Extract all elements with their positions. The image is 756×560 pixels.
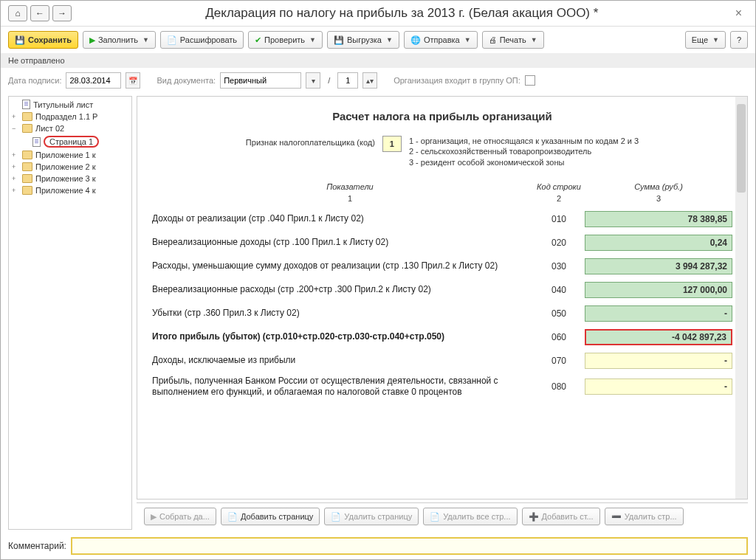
row-code: 040	[533, 285, 585, 295]
folder-icon	[22, 174, 32, 183]
calendar-button[interactable]: 📅	[126, 72, 140, 89]
sign-date-label: Дата подписи:	[8, 76, 61, 85]
export-icon: 💾	[334, 35, 344, 45]
forward-button[interactable]: →	[52, 5, 72, 21]
play-icon: ▶	[89, 35, 95, 45]
expand-icon[interactable]: −	[12, 125, 19, 132]
save-button[interactable]: 💾 Сохранить	[8, 31, 78, 49]
row-label: Итого прибыль (убыток) (стр.010+стр.020-…	[152, 331, 533, 343]
tree-item[interactable]: +Приложение 1 к	[9, 149, 131, 161]
tree-item-label: Приложение 3 к	[35, 174, 96, 183]
delete-page-button[interactable]: 📄 Удалить страницу	[324, 508, 419, 525]
tree-item-label: Приложение 4 к	[35, 186, 96, 195]
add-str-icon: ➕	[529, 512, 539, 522]
check-button[interactable]: ✔ Проверить ▼	[248, 31, 323, 49]
add-str-button[interactable]: ➕ Добавить ст...	[522, 508, 600, 525]
home-button[interactable]: ⌂	[8, 5, 27, 21]
row-label: Доходы, исключаемые из прибыли	[152, 355, 533, 367]
more-button[interactable]: Еще ▼	[685, 31, 726, 49]
sum-input[interactable]: 3 994 287,32	[585, 258, 732, 274]
row-label: Внереализационные расходы (стр .200+стр …	[152, 284, 533, 296]
data-row: Внереализационные доходы (стр .100 Прил.…	[152, 234, 732, 252]
decode-button[interactable]: 📄 Расшифровать	[160, 31, 244, 49]
org-group-label: Организация входит в группу ОП:	[394, 76, 520, 85]
tree-item-label: Подраздел 1.1 Р	[35, 112, 97, 121]
dropdown-icon: ▼	[464, 36, 471, 44]
folder-icon	[22, 186, 32, 195]
org-group-checkbox[interactable]	[525, 75, 535, 86]
help-button[interactable]: ?	[730, 31, 748, 49]
sum-input[interactable]: 127 000,00	[585, 282, 732, 298]
expand-icon[interactable]: +	[12, 151, 19, 159]
folder-icon	[22, 112, 32, 121]
print-icon: 🖨	[489, 35, 497, 44]
corr-num-input[interactable]	[337, 72, 358, 89]
print-button[interactable]: 🖨 Печать ▼	[482, 31, 544, 49]
dropdown-icon: ▼	[386, 36, 393, 44]
add-page-button[interactable]: 📄 Добавить страницу	[221, 508, 320, 525]
expand-icon[interactable]: +	[12, 113, 19, 120]
tree-item[interactable]: −Лист 02	[9, 122, 131, 134]
data-row: Доходы, исключаемые из прибыли070-	[152, 352, 732, 370]
folder-icon	[22, 162, 32, 171]
add-page-icon: 📄	[227, 512, 238, 522]
col-header-2: Код строки	[533, 182, 585, 191]
sum-input[interactable]: -4 042 897,23	[585, 329, 732, 345]
del-all-icon: 📄	[430, 512, 440, 522]
delete-str-button[interactable]: ➖ Удалить стр...	[605, 508, 684, 525]
comment-input[interactable]	[71, 537, 748, 555]
expand-icon[interactable]: +	[12, 163, 19, 170]
back-button[interactable]: ←	[30, 5, 49, 21]
sum-input[interactable]: -	[585, 353, 732, 369]
section-tree[interactable]: Титульный лист+Подраздел 1.1 Р−Лист 02Ст…	[8, 96, 132, 530]
tree-item[interactable]: Титульный лист	[9, 98, 131, 111]
collect-button[interactable]: ▶ Собрать да...	[144, 508, 216, 525]
sum-input[interactable]: 78 389,85	[585, 211, 732, 227]
spin-button[interactable]: ▴▾	[362, 72, 377, 89]
slash-label: /	[325, 76, 333, 85]
export-button[interactable]: 💾 Выгрузка ▼	[327, 31, 399, 49]
dropdown-icon: ▼	[309, 36, 316, 44]
row-code: 070	[533, 356, 585, 366]
sum-input[interactable]: -	[585, 305, 732, 322]
col-header-1: Показатели	[152, 182, 533, 191]
taxpayer-code-input[interactable]: 1	[382, 136, 402, 152]
section-title: Расчет налога на прибыль организаций	[152, 110, 732, 122]
tree-item[interactable]: +Подраздел 1.1 Р	[9, 111, 131, 122]
check-icon: ✔	[255, 35, 261, 45]
delete-all-button[interactable]: 📄 Удалить все стр...	[423, 508, 517, 525]
dropdown-icon: ▼	[142, 36, 149, 44]
row-code: 050	[533, 308, 585, 319]
fill-button[interactable]: ▶ Заполнить ▼	[83, 31, 156, 49]
sign-date-input[interactable]	[66, 72, 121, 89]
folder-icon	[22, 124, 32, 133]
scrollbar[interactable]	[735, 97, 747, 499]
tree-item[interactable]: +Приложение 4 к	[9, 184, 131, 196]
doc-icon: 📄	[167, 35, 177, 45]
row-label: Внереализационные доходы (стр .100 Прил.…	[152, 237, 533, 249]
tree-item[interactable]: +Приложение 2 к	[9, 161, 131, 173]
tree-item[interactable]: Страница 1	[9, 134, 131, 149]
data-row: Внереализационные расходы (стр .200+стр …	[152, 281, 732, 299]
data-row: Убытки (стр .360 Прил.3 к Листу 02)050-	[152, 305, 732, 322]
row-label: Убытки (стр .360 Прил.3 к Листу 02)	[152, 308, 533, 319]
doc-type-dropdown[interactable]: ▾	[306, 72, 320, 89]
tree-item[interactable]: +Приложение 3 к	[9, 173, 131, 184]
send-button[interactable]: 🌐 Отправка ▼	[404, 31, 478, 49]
doc-type-input[interactable]	[220, 72, 301, 89]
col-header-3: Сумма (руб.)	[585, 182, 732, 191]
tree-item-label: Страница 1	[44, 136, 99, 148]
taxpayer-legend: 1 - организация, не относящаяся к указан…	[409, 136, 639, 167]
sum-input[interactable]: -	[585, 378, 732, 395]
row-label: Прибыль, полученная Банком России от осу…	[152, 376, 533, 398]
data-row: Доходы от реализации (стр .040 Прил.1 к …	[152, 210, 732, 228]
play-icon: ▶	[151, 512, 157, 522]
close-button[interactable]: ×	[729, 7, 748, 20]
window-title: Декларация по налогу на прибыль за 2013 …	[75, 6, 729, 21]
expand-icon[interactable]: +	[12, 187, 19, 194]
document-icon	[22, 100, 30, 109]
folder-icon	[22, 151, 32, 159]
expand-icon[interactable]: +	[12, 175, 19, 182]
sum-input[interactable]: 0,24	[585, 235, 732, 251]
tree-item-label: Приложение 1 к	[35, 151, 96, 159]
